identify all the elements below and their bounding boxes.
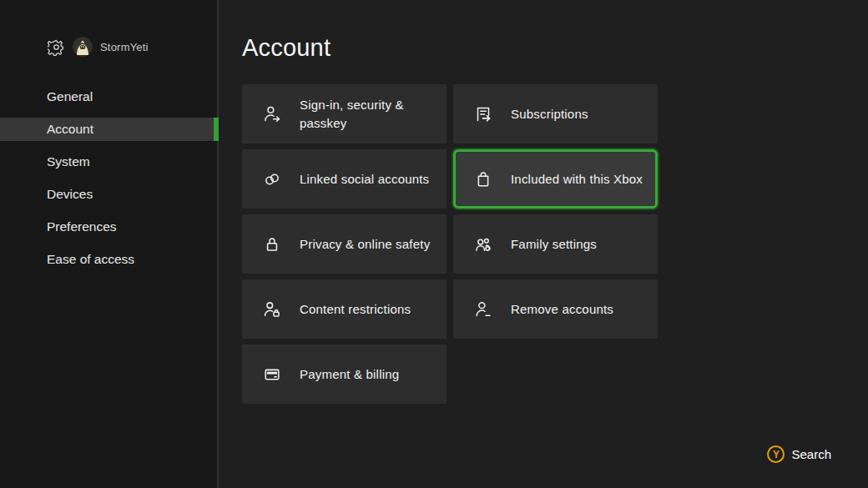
tile-label: Family settings bbox=[511, 235, 651, 254]
settings-tile-grid: Sign-in, security & passkeySubscriptions… bbox=[242, 84, 658, 404]
sidebar-item-label: System bbox=[47, 154, 90, 169]
sidebar-item-devices[interactable]: Devices bbox=[0, 183, 219, 206]
tile-payment-billing[interactable]: Payment & billing bbox=[242, 345, 447, 404]
lock-icon bbox=[261, 234, 283, 255]
page-title: Account bbox=[242, 34, 331, 62]
username: StormYeti bbox=[100, 41, 149, 53]
main-panel: Account Sign-in, security & passkeySubsc… bbox=[220, 0, 868, 488]
tile-sign-in-security-passkey[interactable]: Sign-in, security & passkey bbox=[242, 84, 447, 143]
tile-remove-accounts[interactable]: Remove accounts bbox=[453, 279, 658, 339]
footer-hints: Y Search bbox=[767, 445, 831, 463]
tile-label: Payment & billing bbox=[300, 365, 440, 384]
search-label[interactable]: Search bbox=[791, 447, 831, 461]
tile-label: Subscriptions bbox=[511, 105, 651, 123]
tile-label: Content restrictions bbox=[300, 300, 440, 319]
sidebar-item-label: Preferences bbox=[47, 219, 117, 234]
tile-family-settings[interactable]: Family settings bbox=[453, 214, 658, 274]
sidebar-menu: GeneralAccountSystemDevicesPreferencesEa… bbox=[0, 85, 219, 280]
people-icon bbox=[472, 234, 494, 255]
avatar bbox=[73, 37, 93, 57]
person-arrow-icon bbox=[261, 103, 283, 125]
document-arrow-icon bbox=[472, 103, 494, 125]
shopping-bag-icon bbox=[472, 169, 494, 190]
tile-included-with-this-xbox[interactable]: Included with this Xbox bbox=[453, 149, 658, 209]
settings-gear-icon bbox=[47, 38, 65, 56]
tile-content-restrictions[interactable]: Content restrictions bbox=[242, 279, 447, 339]
sidebar-item-label: Ease of access bbox=[47, 252, 134, 267]
person-minus-icon bbox=[472, 299, 494, 320]
sidebar-item-system[interactable]: System bbox=[0, 150, 219, 174]
tile-label: Included with this Xbox bbox=[511, 170, 651, 189]
tile-label: Linked social accounts bbox=[300, 170, 440, 189]
sidebar-item-general[interactable]: General bbox=[0, 85, 219, 108]
person-lock-icon bbox=[261, 299, 283, 320]
credit-card-icon bbox=[261, 364, 283, 385]
tile-subscriptions[interactable]: Subscriptions bbox=[453, 84, 658, 143]
tile-label: Sign-in, security & passkey bbox=[300, 96, 440, 133]
y-button-icon[interactable]: Y bbox=[767, 445, 785, 463]
sidebar: StormYeti GeneralAccountSystemDevicesPre… bbox=[0, 0, 219, 488]
tile-label: Privacy & online safety bbox=[300, 235, 440, 254]
sidebar-item-label: Account bbox=[47, 122, 93, 137]
sidebar-item-preferences[interactable]: Preferences bbox=[0, 215, 219, 239]
tile-privacy-online-safety[interactable]: Privacy & online safety bbox=[242, 214, 447, 274]
tile-label: Remove accounts bbox=[511, 300, 651, 319]
tile-linked-social-accounts[interactable]: Linked social accounts bbox=[242, 149, 447, 209]
sidebar-item-label: Devices bbox=[47, 187, 93, 202]
sidebar-item-account[interactable]: Account bbox=[0, 118, 219, 141]
user-row[interactable]: StormYeti bbox=[47, 37, 149, 57]
sidebar-item-label: General bbox=[47, 89, 93, 104]
sidebar-item-ease-of-access[interactable]: Ease of access bbox=[0, 248, 219, 271]
link-icon bbox=[261, 169, 283, 190]
